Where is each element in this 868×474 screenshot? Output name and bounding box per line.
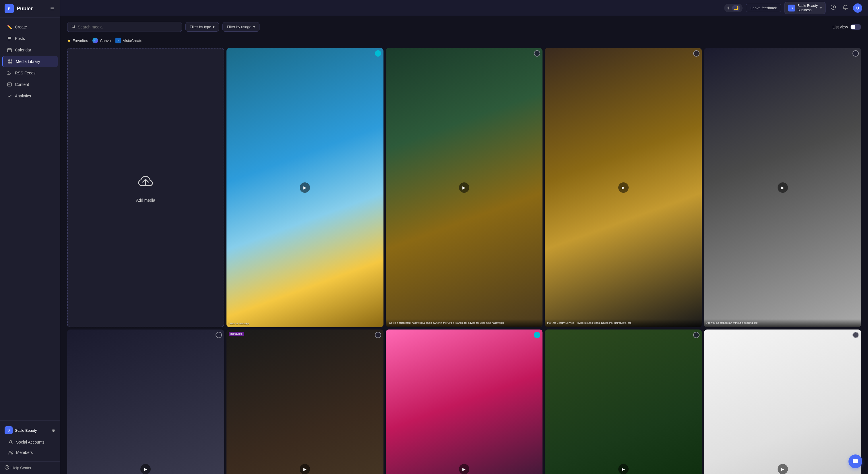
svg-rect-5 bbox=[7, 49, 11, 52]
calendar-icon bbox=[7, 48, 12, 53]
canva-item[interactable]: C Canva bbox=[92, 38, 111, 43]
search-icon bbox=[71, 24, 75, 29]
media-grid: Add media i start to massage ▶ i asked a… bbox=[67, 48, 861, 474]
sidebar-item-create[interactable]: ✏️ Create bbox=[2, 22, 58, 32]
list-view-switch[interactable] bbox=[850, 24, 861, 30]
play-button[interactable]: ▶ bbox=[778, 182, 788, 193]
sidebar-logo: P Publer ☰ bbox=[0, 0, 60, 18]
filter-usage-button[interactable]: Filter by usage ▾ bbox=[222, 22, 259, 32]
create-icon: ✏️ bbox=[7, 24, 12, 30]
help-label: Help Center bbox=[11, 466, 31, 470]
app-logo-icon: P bbox=[5, 4, 14, 13]
feedback-button[interactable]: Leave feedback bbox=[746, 4, 781, 12]
svg-point-15 bbox=[5, 465, 9, 469]
topbar: ☀ 🌙 Leave feedback S Scale Beauty Busine… bbox=[60, 0, 868, 16]
workspace-chevron-icon: ▾ bbox=[820, 6, 822, 10]
sidebar-item-posts[interactable]: Posts bbox=[2, 33, 58, 44]
chat-bubble[interactable] bbox=[848, 454, 862, 468]
workspace-avatar: S bbox=[5, 426, 12, 434]
select-dot[interactable] bbox=[216, 332, 222, 338]
vistacreate-item[interactable]: V VistaCrеate bbox=[115, 38, 143, 43]
media-item[interactable]: 3 FREE ways to present yourself professi… bbox=[704, 329, 861, 474]
canva-icon: C bbox=[92, 38, 98, 43]
svg-rect-11 bbox=[7, 83, 11, 86]
filter-usage-label: Filter by usage bbox=[227, 25, 251, 29]
media-item[interactable]: hairstylists pov: you understand that a … bbox=[226, 329, 383, 474]
svg-point-12 bbox=[10, 440, 11, 442]
notifications-button[interactable] bbox=[841, 3, 849, 13]
analytics-icon bbox=[7, 93, 12, 98]
list-view-toggle: List view bbox=[832, 24, 861, 30]
media-item[interactable]: 5 steps to get first clients ▶ bbox=[545, 329, 702, 474]
play-button[interactable]: ▶ bbox=[141, 464, 151, 474]
sidebar-item-content[interactable]: Content bbox=[2, 79, 58, 90]
user-avatar[interactable]: U bbox=[853, 3, 862, 12]
play-button[interactable]: ▶ bbox=[459, 182, 469, 193]
help-center[interactable]: Help Center bbox=[0, 462, 60, 474]
sidebar-item-calendar[interactable]: Calendar bbox=[2, 45, 58, 55]
theme-toggle[interactable]: ☀ 🌙 bbox=[724, 4, 743, 12]
media-item[interactable]: Supporting beauticians to reach 6 figure… bbox=[386, 329, 543, 474]
sidebar-item-members[interactable]: Members bbox=[5, 448, 58, 457]
play-button[interactable]: ▶ bbox=[459, 464, 469, 474]
sidebar-item-rss[interactable]: RSS Feeds bbox=[2, 67, 58, 79]
main-content: ☀ 🌙 Leave feedback S Scale Beauty Busine… bbox=[60, 0, 868, 474]
help-icon bbox=[5, 465, 9, 471]
social-accounts-label: Social Accounts bbox=[16, 440, 44, 444]
play-button[interactable]: ▶ bbox=[300, 464, 310, 474]
media-item[interactable]: PSA for Beauty Service Providers (Lash t… bbox=[545, 48, 702, 327]
content-icon bbox=[7, 82, 12, 87]
workspace-name: Scale Beauty bbox=[15, 428, 50, 433]
play-button[interactable]: ▶ bbox=[618, 464, 629, 474]
svg-rect-7 bbox=[11, 59, 12, 61]
social-accounts-icon bbox=[8, 440, 13, 445]
workspace-header[interactable]: S Scale Beauty ⚙ bbox=[2, 424, 58, 437]
svg-rect-3 bbox=[8, 38, 11, 39]
sun-icon: ☀ bbox=[726, 6, 730, 10]
media-library-content: Filter by type ▾ Filter by usage ▾ List … bbox=[60, 16, 868, 474]
media-item[interactable]: i asked a successful hairstylist & salon… bbox=[386, 48, 543, 327]
media-item[interactable]: Are you an esthetician without a booking… bbox=[704, 48, 861, 327]
svg-rect-4 bbox=[8, 40, 10, 40]
select-dot[interactable] bbox=[852, 50, 859, 57]
workspace-subnav: Social Accounts Members bbox=[2, 437, 58, 457]
workspace-switcher[interactable]: S Scale Beauty Business ▾ bbox=[784, 2, 826, 14]
svg-rect-9 bbox=[10, 62, 12, 63]
select-dot[interactable] bbox=[375, 50, 381, 57]
settings-icon[interactable]: ⚙ bbox=[52, 428, 55, 433]
select-dot[interactable] bbox=[375, 332, 381, 338]
posts-icon bbox=[7, 36, 12, 41]
sidebar-item-social-accounts[interactable]: Social Accounts bbox=[5, 437, 58, 447]
sidebar-item-label: Analytics bbox=[15, 94, 31, 98]
filter-type-button[interactable]: Filter by type ▾ bbox=[185, 22, 219, 32]
favorites-item[interactable]: ★ Favorites bbox=[67, 38, 88, 43]
play-button[interactable]: ▶ bbox=[618, 182, 629, 193]
sidebar-item-label: RSS Feeds bbox=[15, 71, 36, 75]
media-item[interactable]: i start to massage ▶ bbox=[226, 48, 383, 327]
play-button[interactable]: ▶ bbox=[778, 464, 788, 474]
select-dot[interactable] bbox=[852, 332, 859, 338]
workspace-name-line1: Scale Beauty bbox=[797, 4, 818, 8]
sidebar-item-analytics[interactable]: Analytics bbox=[2, 90, 58, 101]
list-view-label: List view bbox=[832, 25, 848, 29]
sidebar: P Publer ☰ ✏️ Create Posts Calendar Med bbox=[0, 0, 60, 474]
add-media-label: Add media bbox=[136, 198, 155, 203]
workspace-section: S Scale Beauty ⚙ Social Accounts Members bbox=[0, 420, 60, 462]
sidebar-collapse-button[interactable]: ☰ bbox=[49, 5, 55, 12]
upload-cloud-icon bbox=[136, 173, 155, 195]
search-box bbox=[67, 22, 182, 32]
vistacreate-label: VistaCrеate bbox=[123, 38, 143, 43]
media-library-icon bbox=[8, 59, 13, 64]
sidebar-item-media-library[interactable]: Media Library bbox=[2, 56, 58, 67]
main-nav: ✏️ Create Posts Calendar Media Library bbox=[0, 18, 60, 420]
svg-point-17 bbox=[72, 25, 74, 28]
search-input[interactable] bbox=[78, 25, 178, 29]
svg-rect-6 bbox=[8, 59, 10, 61]
help-button[interactable] bbox=[829, 3, 838, 13]
add-media-item[interactable]: Add media bbox=[67, 48, 224, 327]
svg-point-10 bbox=[7, 74, 9, 75]
favorites-label: Favorites bbox=[73, 38, 88, 43]
play-button[interactable]: ▶ bbox=[300, 182, 310, 193]
media-item[interactable]: me convincing you to start a beauty busi… bbox=[67, 329, 224, 474]
media-toolbar: Filter by type ▾ Filter by usage ▾ List … bbox=[67, 22, 861, 32]
